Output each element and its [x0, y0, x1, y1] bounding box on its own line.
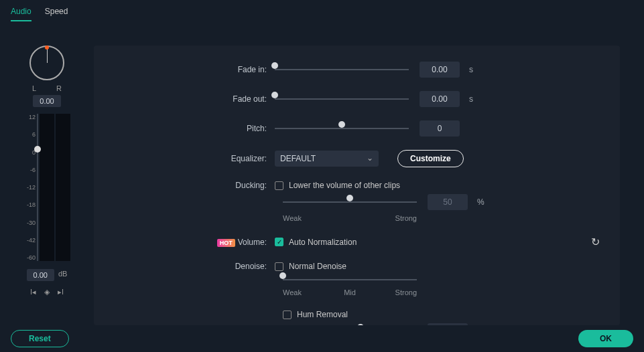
- denoise-weak-label: Weak: [283, 288, 328, 296]
- footer: Reset OK: [0, 325, 644, 352]
- volume-reset-icon[interactable]: ↻: [591, 236, 600, 248]
- pitch-label: Pitch:: [114, 124, 275, 133]
- ducking-unit: %: [477, 197, 485, 207]
- hum-removal-label: Hum Removal: [297, 310, 348, 319]
- ducking-slider[interactable]: [283, 197, 417, 207]
- pan-r: R: [56, 84, 62, 92]
- ok-button[interactable]: OK: [578, 330, 633, 347]
- fadeout-value[interactable]: 0.00: [420, 91, 460, 107]
- pan-dial[interactable]: [29, 46, 64, 80]
- normal-denoise-label: Normal Denoise: [289, 262, 346, 271]
- pan-value[interactable]: 0.00: [33, 95, 60, 107]
- customize-button[interactable]: Customize: [397, 150, 464, 167]
- meter-value[interactable]: 0.00: [27, 269, 54, 281]
- ducking-checkbox[interactable]: [275, 181, 283, 190]
- ducking-strong-label: Strong: [395, 214, 417, 222]
- fadeout-label: Fade out:: [114, 94, 275, 104]
- reset-button[interactable]: Reset: [11, 330, 69, 347]
- denoise-strong-label: Strong: [372, 288, 417, 296]
- meter-right: [56, 114, 70, 261]
- fadeout-unit: s: [469, 94, 473, 104]
- pan-lr: L R: [32, 84, 62, 92]
- prev-keyframe-button[interactable]: I◂: [30, 288, 36, 296]
- tab-speed[interactable]: Speed: [45, 7, 68, 21]
- fadeout-slider[interactable]: [275, 94, 409, 104]
- denoise-mid-label: Mid: [328, 288, 373, 296]
- fadein-label: Fade in:: [114, 65, 275, 74]
- denoise-label: Denoise:: [114, 262, 275, 271]
- fadein-value[interactable]: 0.00: [420, 62, 460, 78]
- fadein-unit: s: [469, 65, 473, 74]
- left-panel: L R 0.00 12 6 0 -6 -12 -18 -30 -42 -60 0…: [0, 27, 94, 325]
- meter-left: [40, 114, 54, 261]
- ducking-value[interactable]: 50: [428, 194, 468, 210]
- denoise-slider[interactable]: [283, 275, 417, 284]
- normal-denoise-checkbox[interactable]: [275, 262, 283, 271]
- add-keyframe-button[interactable]: ◈: [44, 288, 50, 296]
- ducking-weak-label: Weak: [283, 214, 302, 222]
- volume-fader-track[interactable]: [37, 114, 38, 261]
- next-keyframe-button[interactable]: ▸I: [58, 288, 64, 296]
- pitch-value[interactable]: 0: [420, 120, 460, 137]
- pan-l: L: [32, 84, 36, 92]
- tab-audio[interactable]: Audio: [11, 7, 31, 21]
- equalizer-select[interactable]: DEFAULT: [275, 151, 379, 167]
- meter-scale: 12 6 0 -6 -12 -18 -30 -42 -60: [23, 114, 36, 261]
- fadein-slider[interactable]: [275, 65, 409, 74]
- settings-panel: Fade in: 0.00 s Fade out: 0.00 s Pitch: …: [94, 46, 620, 325]
- pitch-slider[interactable]: [275, 124, 409, 133]
- hot-badge: HOT: [217, 239, 235, 247]
- volume-label: HOTVolume:: [114, 238, 275, 247]
- hum-removal-checkbox[interactable]: [283, 311, 292, 319]
- volume-fader-thumb[interactable]: [34, 146, 41, 153]
- auto-normalization-label: Auto Normalization: [289, 238, 357, 247]
- auto-normalization-checkbox[interactable]: ✓: [275, 238, 283, 246]
- equalizer-label: Equalizer:: [114, 154, 275, 163]
- ducking-label: Ducking:: [114, 181, 275, 190]
- tabs: Audio Speed: [0, 0, 644, 21]
- meter-unit: dB: [58, 270, 67, 278]
- ducking-checkbox-label: Lower the volume of other clips: [289, 181, 400, 190]
